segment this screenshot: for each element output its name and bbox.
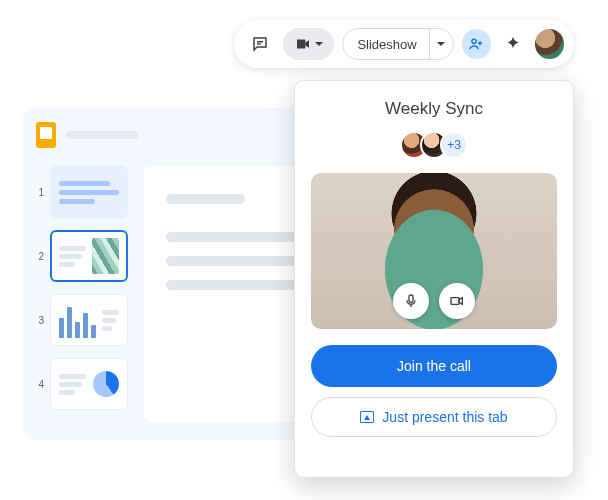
microphone-toggle[interactable] [393,283,429,319]
video-camera-icon [294,35,312,53]
participant-overflow-count[interactable]: +3 [440,131,468,159]
doc-title-placeholder[interactable] [66,131,138,139]
slides-app-icon [36,122,56,148]
caret-down-icon [436,39,446,49]
slide-thumbnail-4[interactable] [50,358,128,410]
slideshow-split-button[interactable]: Slideshow [342,28,453,60]
video-preview [311,173,557,329]
present-icon [360,411,374,423]
svg-rect-2 [451,298,459,305]
gemini-button[interactable] [499,28,526,60]
meet-popover: Weekly Sync +3 Join the call Just presen… [294,80,574,478]
meet-video-button[interactable] [283,28,334,60]
slide-thumbnail-2[interactable] [50,230,128,282]
slide-thumbnail-1[interactable] [50,166,128,218]
comment-button[interactable] [244,28,275,60]
thumbnail-column: 1 2 3 [36,166,130,422]
svg-rect-1 [409,295,413,302]
user-avatar[interactable] [535,29,564,59]
slideshow-label: Slideshow [343,37,428,52]
thumb-number: 4 [36,379,44,390]
participant-avatars: +3 [400,131,468,159]
camera-toggle[interactable] [439,283,475,319]
pie-chart-icon [93,371,119,397]
slide-thumbnail-3[interactable] [50,294,128,346]
thumb-number: 1 [36,187,44,198]
join-call-label: Join the call [397,358,471,374]
slideshow-caret[interactable] [429,29,453,59]
person-add-icon [468,36,484,52]
comment-icon [251,35,269,53]
present-tab-button[interactable]: Just present this tab [311,397,557,437]
toolbar: Slideshow [234,20,574,68]
microphone-icon [403,293,419,309]
sparkle-icon [504,35,522,53]
bar-chart-icon [59,302,96,338]
caret-down-icon [314,39,324,49]
share-button[interactable] [462,29,491,59]
editor-line [166,194,245,204]
thumb-image-icon [92,238,119,274]
join-call-button[interactable]: Join the call [311,345,557,387]
present-tab-label: Just present this tab [382,409,507,425]
thumb-number: 3 [36,315,44,326]
meet-title: Weekly Sync [385,99,483,119]
svg-point-0 [472,39,476,43]
video-camera-icon [449,293,465,309]
thumb-number: 2 [36,251,44,262]
